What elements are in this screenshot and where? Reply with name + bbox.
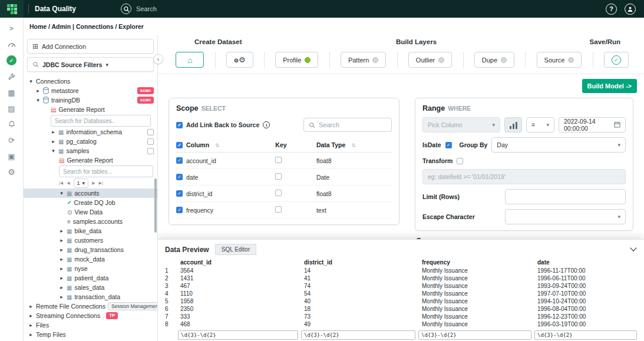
tree-item-table[interactable]: nyse [24,264,157,273]
tree-item-table[interactable]: sales_data [24,283,157,292]
scan-badge[interactable]: scan [137,97,154,104]
caret-right-icon[interactable] [59,237,64,243]
tree-item-connections[interactable]: Connections [24,77,157,86]
panel-collapse-button[interactable]: ‹ [153,54,163,64]
caret-right-icon[interactable] [35,88,41,94]
wrench-icon[interactable] [5,72,18,81]
key-checkbox[interactable] [275,190,282,196]
dataset-home-button[interactable] [176,52,204,68]
add-link-checkbox[interactable] [176,122,183,128]
source-layer-button[interactable]: Source [537,52,582,68]
key-header[interactable]: Key [275,138,316,153]
outlier-layer-button[interactable]: Outlier [408,52,452,68]
transform-expression-input[interactable] [422,169,626,184]
pattern-layer-button[interactable]: Pattern [341,52,386,68]
tree-item-metastore[interactable]: metastore scan [24,86,157,95]
first-page-icon[interactable]: |◀ [59,181,63,186]
job-settings-button[interactable] [226,52,253,68]
collapse-preview-icon[interactable] [630,244,636,251]
pick-column-select[interactable]: Pick Column [422,117,500,133]
jdbc-source-filters[interactable]: JDBC Source Filters [27,57,154,72]
dashboard-gauge-icon[interactable] [5,39,18,49]
column-checkbox[interactable] [176,157,183,164]
generate-report-link[interactable]: Generate Report [24,155,157,165]
jobs-sync-icon[interactable] [5,135,18,145]
caret-down-icon[interactable] [35,97,41,103]
catalog-grid-icon[interactable] [5,88,18,97]
tab-data-preview[interactable]: Data Preview [165,246,209,254]
build-model-button[interactable]: Build Model -> [582,79,637,93]
scope-search-input[interactable]: Search [303,118,392,132]
bell-icon[interactable] [5,120,18,129]
tab-sql-editor[interactable]: SQL Editor [215,244,257,255]
expand-icon[interactable] [5,24,18,33]
caret-right-icon[interactable] [59,284,64,290]
caret-right-icon[interactable] [28,303,34,309]
preview-column-header[interactable]: account_id [178,258,302,267]
tree-item-table[interactable]: transaction_data [24,292,157,302]
save-run-button[interactable] [604,52,629,68]
tree-item-table[interactable]: drug_transactions [24,245,157,254]
tree-item-temp-files[interactable]: Temp Files [24,330,157,339]
sort-icon[interactable] [349,141,356,148]
tree-item-table[interactable]: patient_data [24,273,157,283]
caret-right-icon[interactable] [59,275,64,281]
breadcrumb[interactable]: Home / Admin | Connections / Explorer [29,23,144,30]
tree-item-table[interactable]: mock_data [24,254,157,264]
column-checkbox[interactable] [176,174,183,180]
schema-checkbox[interactable] [147,129,154,135]
help-icon[interactable]: ? [606,4,617,15]
key-checkbox[interactable] [275,206,282,213]
next-page-icon[interactable]: ▶ [92,181,95,186]
generate-report-link[interactable]: Generate Report [24,105,157,114]
tree-item-table[interactable]: customers [24,236,157,245]
tree-item-samples[interactable]: samples [24,146,157,155]
caret-right-icon[interactable] [28,332,34,337]
info-icon[interactable] [263,121,270,128]
caret-right-icon[interactable] [59,256,64,262]
search-tables-input[interactable] [59,165,153,177]
caret-right-icon[interactable] [59,266,64,272]
last-page-icon[interactable]: ▶| [99,181,103,186]
caret-right-icon[interactable] [28,322,34,328]
column-filter-input[interactable] [301,330,415,340]
view-data-link[interactable]: View Data [24,207,157,217]
tree-item-trainingdb[interactable]: trainingDB scan [24,95,157,105]
datasets-box-icon[interactable] [5,151,18,161]
user-icon[interactable] [625,4,636,15]
session-management-button[interactable]: Session Management [108,302,158,310]
samples-accounts-link[interactable]: samples.accounts [24,217,157,226]
caret-down-icon[interactable] [59,190,64,196]
select-all-checkbox[interactable] [176,142,183,148]
column-header[interactable]: Column [186,141,209,148]
escape-select[interactable] [505,209,626,224]
caret-right-icon[interactable] [59,228,64,234]
limit-input[interactable] [505,189,626,204]
key-checkbox[interactable] [275,173,282,180]
scan-badge[interactable]: scan [137,87,154,94]
caret-down-icon[interactable] [28,78,34,84]
tree-scrollbar[interactable] [154,178,157,233]
search-databases-input[interactable] [51,115,151,127]
operator-select[interactable]: = [526,117,554,133]
groupby-select[interactable]: Day [491,137,626,153]
caret-down-icon[interactable] [51,148,56,154]
schema-checkbox[interactable] [147,148,154,154]
date-input[interactable]: 2022-09-14 00:00:00 [559,117,626,133]
profile-layer-button[interactable]: Profile [275,52,318,68]
chart-button[interactable] [504,117,522,133]
tree-item-table[interactable]: bike_data [24,226,157,236]
global-search[interactable]: Search [121,4,157,14]
transform-checkbox[interactable] [457,158,463,164]
preview-column-header[interactable]: frequency [420,258,535,267]
column-filter-input[interactable] [418,330,531,340]
caret-right-icon[interactable] [28,313,34,319]
preview-column-header[interactable]: date [535,258,639,267]
key-checkbox[interactable] [275,157,282,163]
add-connection-button[interactable]: Add Connection [27,39,154,54]
caret-right-icon[interactable] [59,294,64,300]
data-type-header[interactable]: Data Type [316,141,345,148]
tree-item-pg-catalog[interactable]: pg_catalog [24,137,157,146]
create-dq-job-link[interactable]: Create DQ Job [24,198,157,207]
dupe-layer-button[interactable]: Dupe [474,52,514,68]
